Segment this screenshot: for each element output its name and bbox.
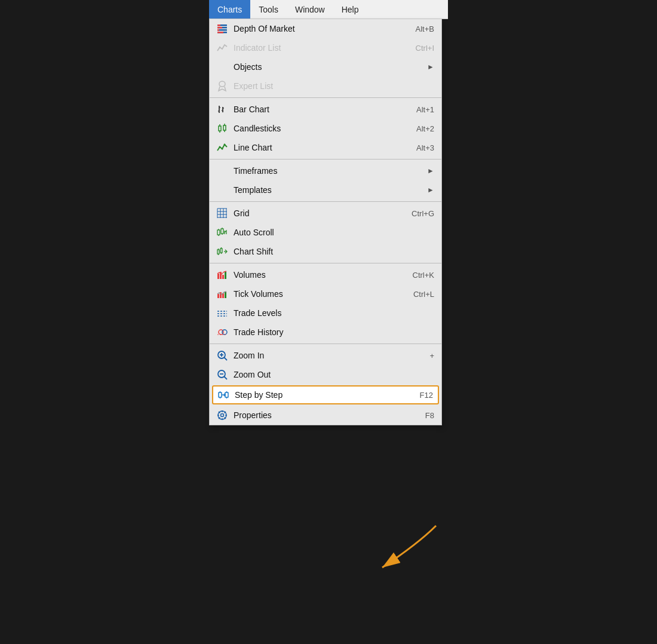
templates-arrow: ► [427,186,434,194]
menu-item-volumes[interactable]: Volumes Ctrl+K [210,265,441,284]
step-by-step-shortcut: F12 [420,391,433,400]
svg-rect-50 [217,294,219,298]
menu-item-line-chart[interactable]: Line Chart Alt+3 [210,138,441,157]
chartshift-icon [214,245,230,258]
svg-point-21 [219,146,221,148]
menubar-help[interactable]: Help [333,0,367,19]
bar-chart-shortcut: Alt+1 [416,105,434,114]
timeframes-arrow: ► [427,167,434,175]
properties-icon [214,409,230,422]
charts-dropdown: Depth Of Market Alt+B Indicator List Ctr… [209,19,442,425]
zoom-in-label: Zoom In [234,351,429,360]
menu-item-chart-shift[interactable]: Chart Shift [210,242,441,261]
svg-rect-42 [220,249,222,253]
tick-volumes-label: Tick Volumes [234,289,413,299]
svg-point-74 [221,414,224,417]
grid-icon [214,207,230,220]
indicator-list-shortcut: Ctrl+I [416,44,434,53]
trade-history-label: Trade History [234,327,434,337]
objects-label: Objects [234,62,422,72]
separator-1 [210,97,441,98]
objects-icon [214,60,230,73]
svg-rect-4 [217,24,220,26]
templates-label: Templates [234,185,422,195]
separator-3 [210,201,441,202]
indicator-icon [214,41,230,54]
properties-label: Properties [234,410,425,420]
volumes-icon [214,268,230,281]
auto-scroll-label: Auto Scroll [234,228,434,237]
line-chart-label: Line Chart [234,143,416,152]
menu-item-grid[interactable]: Grid Ctrl+G [210,204,441,223]
zoom-out-label: Zoom Out [234,370,434,379]
menu-item-depth-of-market[interactable]: Depth Of Market Alt+B [210,19,441,38]
menu-item-step-by-step[interactable]: Step by Step F12 [212,385,439,404]
line-chart-shortcut: Alt+3 [416,143,434,152]
menu-item-objects[interactable]: Objects ► [210,57,441,76]
menubar-tools[interactable]: Tools [250,0,287,19]
menu-item-templates[interactable]: Templates ► [210,180,441,200]
zoomin-icon [214,349,230,362]
menu-item-trade-levels[interactable]: Trade Levels [210,303,441,323]
menu-item-auto-scroll[interactable]: Auto Scroll [210,223,441,242]
autoscroll-icon [214,226,230,239]
zoomout-icon [214,368,230,381]
svg-rect-6 [217,29,219,31]
svg-point-58 [222,330,227,335]
menu-item-zoom-out[interactable]: Zoom Out [210,365,441,384]
menu-item-trade-history[interactable]: Trade History [210,323,441,342]
candlesticks-icon [214,122,230,135]
bar-chart-icon [214,103,230,116]
chart-shift-label: Chart Shift [234,247,434,256]
line-chart-icon [214,141,230,154]
svg-point-23 [224,144,226,146]
svg-line-66 [224,376,227,379]
svg-rect-49 [225,271,226,279]
depth-of-market-shortcut: Alt+B [416,24,434,33]
zoom-in-shortcut: + [429,351,434,360]
menu-item-properties[interactable]: Properties F8 [210,406,441,425]
separator-2 [210,159,441,160]
menu-item-zoom-in[interactable]: Zoom In + [210,346,441,365]
menu-item-expert-list: Expert List [210,76,441,96]
menubar-window[interactable]: Window [287,0,333,19]
svg-rect-35 [221,229,223,234]
tradelevels-icon [214,306,230,320]
timeframes-icon [214,164,230,177]
objects-arrow: ► [427,63,434,71]
menu-wrapper: Charts Tools Window Help [209,0,448,425]
dom-icon [214,22,230,35]
indicator-list-label: Indicator List [234,43,416,53]
menu-item-timeframes[interactable]: Timeframes ► [210,161,441,180]
svg-rect-7 [217,32,223,33]
tick-volumes-shortcut: Ctrl+L [413,290,434,299]
svg-rect-18 [223,125,226,130]
candlesticks-shortcut: Alt+2 [416,124,434,133]
menu-item-indicator-list: Indicator List Ctrl+I [210,38,441,57]
svg-point-22 [222,148,223,150]
svg-rect-15 [219,126,221,131]
tickvolumes-icon [214,287,230,300]
candlesticks-label: Candlesticks [234,124,416,133]
stepbystep-icon [216,388,231,401]
menu-item-bar-chart[interactable]: Bar Chart Alt+1 [210,100,441,119]
menubar-charts[interactable]: Charts [209,0,250,19]
svg-rect-5 [217,27,222,29]
timeframes-label: Timeframes [234,166,422,176]
separator-5 [210,344,441,344]
volumes-shortcut: Ctrl+K [413,271,434,280]
properties-shortcut: F8 [425,411,434,420]
svg-rect-46 [217,274,219,279]
grid-shortcut: Ctrl+G [412,209,434,218]
svg-rect-32 [217,230,220,235]
expert-list-label: Expert List [234,81,434,91]
templates-icon [214,183,230,197]
menu-item-tick-volumes[interactable]: Tick Volumes Ctrl+L [210,284,441,303]
svg-line-63 [224,357,227,360]
separator-4 [210,263,441,263]
menu-item-candlesticks[interactable]: Candlesticks Alt+2 [210,119,441,138]
depth-of-market-label: Depth Of Market [234,24,416,33]
arrow-annotation [346,520,466,591]
bar-chart-label: Bar Chart [234,105,416,114]
trade-levels-label: Trade Levels [234,308,434,318]
